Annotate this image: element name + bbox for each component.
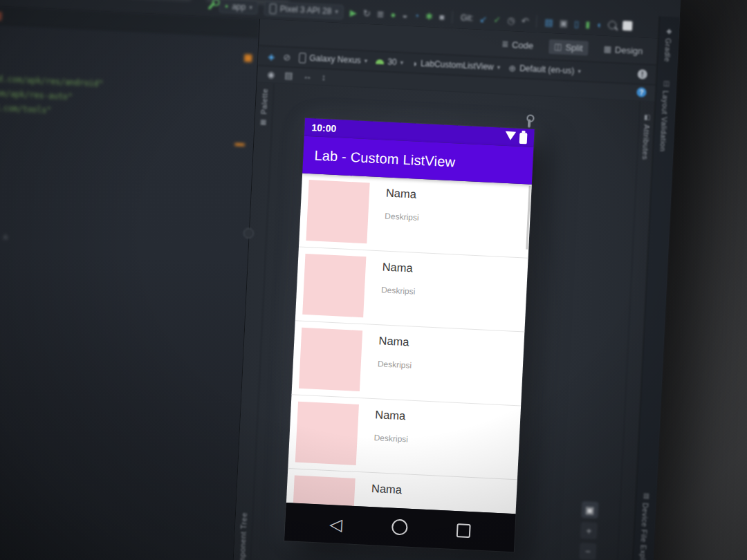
attach-debugger-icon[interactable]: ◒	[402, 10, 407, 19]
zoom-fit-button[interactable]: ▣	[581, 501, 598, 519]
toolbar-separator	[536, 15, 537, 28]
tab-split[interactable]: ◫ Split	[548, 39, 589, 55]
git-update-icon[interactable]: ↙	[479, 14, 488, 24]
list-item[interactable]: Nama Deskripsi	[295, 247, 528, 332]
chevron-down-icon: ▾	[335, 8, 338, 15]
running-devices-icon[interactable]: ▮	[585, 19, 591, 28]
item-text: Nama Deskripsi	[383, 184, 421, 246]
theme-label: LabCustomListView	[421, 59, 494, 72]
home-icon[interactable]	[391, 519, 408, 536]
item-title: Nama	[385, 187, 420, 201]
api-level-selector[interactable]: 30 ▾	[376, 57, 404, 68]
item-title: Nama	[375, 408, 409, 422]
apply-code-changes-icon[interactable]: ≣	[376, 9, 385, 19]
editor-tab-fragment[interactable]	[0, 11, 2, 21]
list-item[interactable]: Nama Deskripsi	[288, 395, 521, 480]
project-folder-icon[interactable]: ▤	[544, 17, 553, 27]
code-line: id.com/tools"	[0, 102, 52, 115]
layout-width-icon[interactable]: ↔	[302, 71, 312, 81]
device-file-explorer-label: Device File Explorer	[638, 503, 650, 560]
device-file-explorer-stripe-button[interactable]: ▥ Device File Explorer	[638, 488, 651, 560]
gradle-label: Gradle	[663, 38, 673, 62]
error-stripe-marker[interactable]	[244, 54, 252, 62]
item-text: Nama Deskripsi	[373, 405, 410, 467]
tab-design-label: Design	[615, 44, 643, 56]
debug-icon[interactable]: ●	[390, 10, 396, 19]
locale-selector[interactable]: ⊕ Default (en-us) ▾	[508, 63, 581, 76]
theme-selector[interactable]: ◑ LabCustomListView ▾	[412, 58, 501, 72]
back-icon[interactable]: ◁	[329, 516, 343, 533]
render-wrench-icon[interactable]	[528, 119, 531, 127]
run-configuration-selector[interactable]: ● app ▾	[219, 0, 258, 15]
layout-height-icon[interactable]: ↕	[321, 72, 326, 81]
item-description: Deskripsi	[374, 433, 408, 444]
status-time: 10:00	[311, 122, 337, 134]
issues-info-icon[interactable]: !	[637, 69, 647, 80]
code-line: com/apk/res-auto"	[0, 88, 73, 102]
terminal-icon[interactable]: ▣	[559, 18, 568, 28]
chevron-down-icon: ▾	[365, 57, 368, 64]
code-mode-icon: ≣	[501, 39, 509, 48]
layout-validation-label: Layout Validation	[659, 90, 670, 151]
list-item[interactable]: Nama Deskripsi	[299, 174, 532, 259]
list-item[interactable]: Nama Deskripsi	[292, 321, 525, 406]
xml-code-area[interactable]: roid.com/apk/res/android" com/apk/res-au…	[0, 24, 259, 560]
chevron-down-icon: ▾	[400, 59, 403, 66]
gradle-stripe-button[interactable]: ◆ Gradle	[663, 24, 674, 62]
git-label: Git:	[461, 13, 474, 24]
chevron-down-icon: ▾	[249, 4, 252, 11]
tab-design[interactable]: ▦ Design	[598, 41, 649, 59]
design-surface[interactable]: Palette ▦ Component Tree ▤ ◧ Attributes	[232, 82, 655, 560]
device-selector[interactable]: Pixel 3 API 28 ▾	[264, 1, 344, 19]
palette-stripe-button[interactable]: Palette ▦	[259, 88, 269, 129]
item-text: Nama Deskripsi	[376, 331, 414, 393]
help-icon[interactable]: ?	[636, 87, 647, 97]
device-file-explorer-icon: ▥	[643, 492, 650, 499]
layout-validation-stripe-button[interactable]: ◫ Layout Validation	[659, 75, 671, 151]
item-title: Nama	[382, 260, 416, 274]
view-options-eye-icon[interactable]: ◉	[267, 69, 275, 79]
battery-icon	[519, 132, 528, 144]
status-icons	[505, 131, 528, 144]
app-title: Lab - Custom ListView	[314, 147, 456, 170]
theme-icon: ◑	[412, 59, 417, 68]
code-editor-pane[interactable]: roid.com/apk/res/android" com/apk/res-au…	[0, 6, 259, 560]
profile-app-icon[interactable]: ✱	[425, 12, 434, 21]
item-title: Nama	[378, 334, 413, 348]
item-description: Deskripsi	[381, 285, 416, 296]
notifications-icon[interactable]: ◖	[596, 20, 602, 29]
tab-code-label: Code	[512, 39, 534, 51]
globe-icon: ⊕	[508, 63, 517, 73]
recents-icon[interactable]	[456, 523, 471, 538]
error-stripe-mark[interactable]	[234, 143, 245, 147]
apply-changes-icon[interactable]: ↻	[363, 8, 371, 18]
view-list-icon[interactable]: ▤	[284, 71, 293, 80]
toolbar-spacer	[589, 72, 629, 74]
git-rollback-icon[interactable]: ↶	[521, 16, 529, 26]
design-surface-icon[interactable]: ◈	[268, 51, 275, 60]
item-description: Deskripsi	[385, 212, 419, 223]
component-tree-label: Component Tree	[237, 512, 248, 560]
run-config-label: app	[232, 1, 246, 12]
gradle-icon: ◆	[666, 27, 672, 35]
preview-device-selector[interactable]: Galaxy Nexus ▾	[299, 53, 368, 66]
split-mode-icon: ◫	[554, 41, 562, 52]
orientation-icon[interactable]: ⊘	[283, 53, 291, 62]
device-manager-icon[interactable]: ▯	[574, 19, 580, 28]
profiler-icon[interactable]: ◔	[414, 11, 419, 20]
panel-toggle-icon[interactable]	[622, 21, 633, 31]
attributes-label[interactable]: Attributes	[641, 124, 651, 160]
menu-text-smudge	[129, 0, 191, 1]
component-tree-stripe-button[interactable]: Component Tree ▤	[237, 512, 248, 560]
stop-icon[interactable]: ■	[439, 12, 445, 21]
git-commit-icon[interactable]: ✓	[493, 15, 501, 24]
git-history-icon[interactable]: ◷	[507, 15, 515, 25]
phone-preview[interactable]: 10:00 Lab - Custom ListView N	[284, 118, 534, 552]
api-level-label: 30	[387, 57, 397, 67]
run-icon[interactable]: ▶	[350, 8, 358, 17]
tab-code[interactable]: ≣ Code	[496, 37, 540, 53]
search-icon[interactable]	[608, 21, 617, 30]
zoom-in-button[interactable]: +	[580, 522, 598, 539]
listview[interactable]: Nama Deskripsi Nama Deskripsi	[286, 174, 532, 514]
zoom-out-button[interactable]: −	[579, 543, 596, 560]
